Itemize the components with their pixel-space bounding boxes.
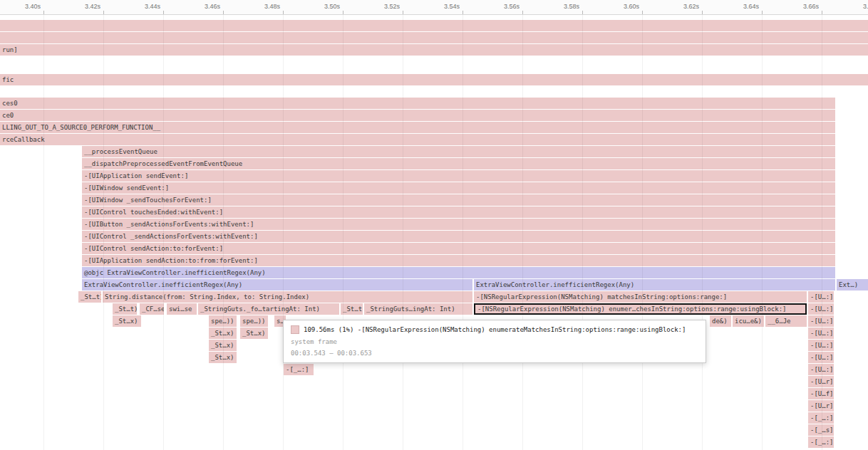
tooltip: 109.56ms (1%) -[NSRegularExpression(NSMa… <box>283 320 706 363</box>
flame-bar[interactable]: _St…x) <box>113 315 141 327</box>
time-tick-mark <box>43 11 44 14</box>
flame-bar[interactable]: -[UIApplication sendEvent:] <box>82 170 835 182</box>
gridline <box>103 15 104 450</box>
flame-bar[interactable]: -[_…:] <box>808 436 834 448</box>
flame-bar[interactable]: -[U…:] <box>808 328 834 339</box>
gridline <box>43 15 44 450</box>
flame-bar[interactable]: _St…x) <box>240 328 268 339</box>
flame-bar[interactable]: ExtraViewController.inefficientRegex(Any… <box>82 279 472 291</box>
flame-bar[interactable]: -[UIApplication sendAction:to:from:forEv… <box>82 255 835 266</box>
flame-bar[interactable]: de&) <box>710 315 731 327</box>
flame-bar[interactable] <box>0 20 868 31</box>
flame-bar[interactable]: -[UIWindow sendEvent:] <box>82 182 835 194</box>
time-tick-label: 3.68s <box>863 3 868 10</box>
time-tick-label: 3.58s <box>564 3 582 10</box>
time-tick-mark <box>343 11 343 14</box>
time-tick-label: 3.64s <box>743 3 762 10</box>
flame-bar[interactable]: LLING_OUT_TO_A_SOURCE0_PERFORM_FUNCTION_… <box>0 122 835 133</box>
time-tick-mark <box>163 11 164 14</box>
time-tick-mark <box>283 11 284 14</box>
tooltip-title: 109.56ms (1%) -[NSRegularExpression(NSMa… <box>304 326 686 333</box>
flame-bar[interactable]: -[_…s] <box>808 424 834 436</box>
time-tick-mark <box>223 11 224 14</box>
flame-bar[interactable]: swi…se <box>167 303 197 315</box>
time-tick-label: 3.66s <box>803 3 822 10</box>
flame-bar[interactable]: -[U…:] <box>808 303 834 315</box>
flame-bar-selected[interactable]: -[NSRegularExpression(NSMatching) enumer… <box>474 303 807 315</box>
gridline <box>283 15 284 450</box>
flame-bar[interactable]: spe…)) <box>240 315 268 327</box>
flame-bar[interactable] <box>0 32 868 43</box>
flame-bar[interactable]: run] <box>0 44 868 56</box>
gridline <box>463 15 463 450</box>
time-tick-mark <box>522 11 523 14</box>
gridline <box>522 15 523 450</box>
time-tick-label: 3.42s <box>85 3 103 10</box>
time-tick-mark <box>582 11 583 14</box>
time-tick-label: 3.50s <box>324 3 343 10</box>
time-tick-mark <box>642 11 643 14</box>
gridline <box>642 15 643 450</box>
flame-bar[interactable]: -[U…:] <box>808 315 834 327</box>
time-tick-label: 3.62s <box>683 3 702 10</box>
gridline <box>163 15 164 450</box>
flame-bar[interactable]: -[NSRegularExpression(NSMatching) matche… <box>474 291 807 303</box>
flame-bar[interactable]: Ext…) <box>837 279 868 291</box>
flame-bar[interactable]: _St…t) <box>113 303 137 315</box>
tooltip-title-row: 109.56ms (1%) -[NSRegularExpression(NSMa… <box>291 325 698 334</box>
time-tick-label: 3.44s <box>145 3 163 10</box>
gridline <box>582 15 583 450</box>
flame-bar[interactable]: String.distance(from: String.Index, to: … <box>103 291 472 303</box>
flame-bar[interactable]: -[U…:] <box>808 364 834 375</box>
time-tick-label: 3.48s <box>264 3 283 10</box>
time-tick-label: 3.56s <box>504 3 522 10</box>
time-tick-mark <box>403 11 403 14</box>
flame-bar[interactable]: -[U…r] <box>808 376 834 387</box>
flame-bar[interactable]: -[_…:] <box>284 364 314 375</box>
flame-bar[interactable]: _St…t) <box>78 291 101 303</box>
gridline <box>702 15 703 450</box>
flame-graph: 3.40s3.42s3.44s3.46s3.48s3.50s3.52s3.54s… <box>0 0 868 450</box>
flame-bar[interactable]: icu…e&) <box>733 315 764 327</box>
flame-bar[interactable]: _St…t) <box>341 303 363 315</box>
flame-bar[interactable]: ces0 <box>0 98 835 109</box>
flame-bar[interactable]: fic <box>0 74 868 85</box>
flame-bar[interactable]: -[U…:] <box>808 352 834 363</box>
flame-bar[interactable]: _CF…se <box>140 303 164 315</box>
flame-bar[interactable]: -[UIButton _sendActionsForEvents:withEve… <box>82 219 835 230</box>
flame-bar[interactable]: -[U…r] <box>808 400 834 412</box>
gridline <box>343 15 343 450</box>
time-ruler[interactable]: 3.40s3.42s3.44s3.46s3.48s3.50s3.52s3.54s… <box>0 0 868 15</box>
flame-bar[interactable]: ExtraViewController.inefficientRegex(Any… <box>474 279 835 291</box>
flame-bar[interactable]: -[U…:] <box>808 291 834 303</box>
flame-bar[interactable]: ce0 <box>0 110 835 121</box>
time-tick-label: 3.52s <box>384 3 403 10</box>
time-tick-mark <box>762 11 763 14</box>
gridline <box>223 15 224 450</box>
time-tick-mark <box>702 11 703 14</box>
time-tick-label: 3.54s <box>444 3 463 10</box>
flame-bar[interactable]: __6…Je <box>765 315 807 327</box>
flame-bar[interactable]: __dispatchPreprocessedEventFromEventQueu… <box>82 158 835 169</box>
time-tick-label: 3.40s <box>25 3 43 10</box>
flame-bar[interactable]: -[U…f] <box>808 388 834 399</box>
flame-bar[interactable]: _StringGuts…ingAt: Int) <box>364 303 472 315</box>
gridline <box>403 15 403 450</box>
flame-bar[interactable]: -[UIControl sendAction:to:forEvent:] <box>82 243 835 254</box>
flame-bar[interactable]: -[UIControl _sendActionsForEvents:withEv… <box>82 231 835 242</box>
time-tick-mark <box>103 11 104 14</box>
flame-bar[interactable]: rceCallback <box>0 134 835 145</box>
flame-bar[interactable]: -[UIWindow _sendTouchesForEvent:] <box>82 194 835 206</box>
flame-bar[interactable]: @objc ExtraViewController.inefficientReg… <box>82 267 835 278</box>
time-tick-label: 3.60s <box>624 3 642 10</box>
flame-bar[interactable]: -[UIControl touchesEnded:withEvent:] <box>82 206 835 218</box>
time-tick-mark <box>822 11 822 14</box>
flame-bar[interactable]: _StringGuts._fo…tartingAt: Int) <box>198 303 339 315</box>
flame-bar[interactable]: __processEventQueue <box>82 146 835 157</box>
time-tick-mark <box>463 11 463 14</box>
tooltip-subtitle: system frame <box>291 338 698 345</box>
tooltip-time-range: 00:03.543 — 00:03.653 <box>291 350 698 357</box>
flame-bar[interactable]: -[U…:] <box>808 340 834 351</box>
flame-bar[interactable]: -[_…:] <box>808 412 834 424</box>
time-tick-label: 3.46s <box>205 3 223 10</box>
